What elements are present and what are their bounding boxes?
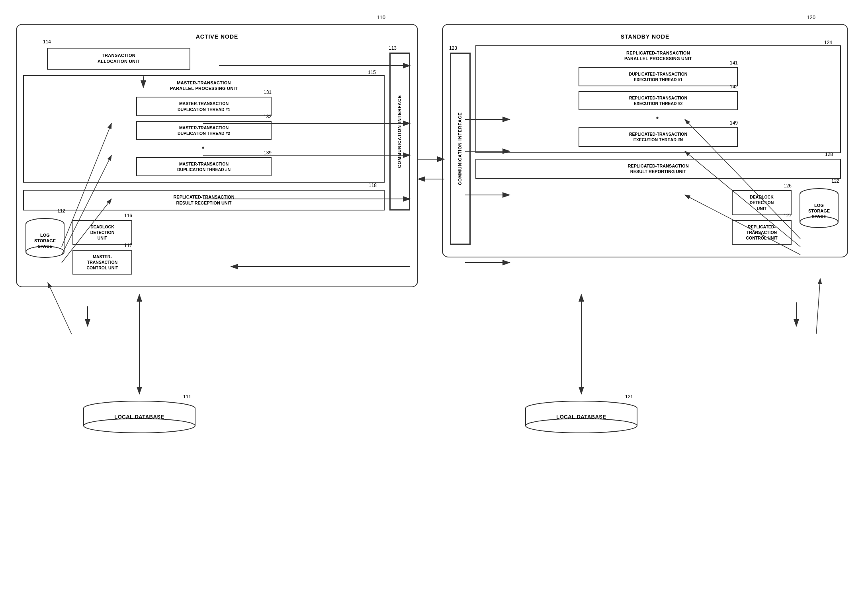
ref-124: 124 (824, 40, 832, 45)
thread-142: REPLICATED-TRANSACTIONEXECUTION THREAD #… (579, 91, 738, 110)
standby-local-db: LOCAL DATABASE (522, 401, 641, 433)
ref-114: 114 (43, 39, 51, 45)
ref-131: 131 (264, 90, 272, 95)
ref-113: 113 (389, 45, 397, 51)
replicated-tcu: REPLICATED-TRANSACTIONCONTROL UNIT (732, 220, 792, 245)
deadlock-standby: DEADLOCKDETECTIONUNIT (732, 190, 792, 215)
ref-120: 120 (807, 14, 815, 20)
log-cylinder-standby: LOG STORAGE SPACE (797, 186, 841, 230)
thread-149: REPLICATED-TRANSACTIONEXECUTION THREAD #… (579, 127, 738, 146)
dots-standby: • (579, 113, 738, 123)
ref-141: 141 (730, 60, 738, 66)
thread-139: MASTER-TRANSACTIONDUPLICATION THREAD #N (136, 157, 272, 176)
ref-117: 117 (124, 243, 132, 248)
ref-123: 123 (449, 45, 457, 51)
ref-149: 149 (730, 120, 738, 126)
transaction-allocation-box: TRANSACTION ALLOCATION UNIT (47, 48, 190, 70)
active-node-title: ACTIVE NODE (23, 33, 411, 40)
svg-text:STORAGE: STORAGE (808, 208, 830, 213)
svg-text:LOG: LOG (814, 203, 824, 208)
dots-active: • (136, 143, 272, 152)
svg-line-41 (48, 282, 72, 334)
parallel-unit-title-active: MASTER-TRANSACTIONPARALLEL PROCESSING UN… (28, 80, 380, 92)
standby-node-title: STANDBY NODE (449, 33, 841, 40)
ref-126: 126 (784, 183, 792, 189)
active-db-container: 111 LOCAL DATABASE (80, 394, 199, 434)
thread-131: MASTER-TRANSACTIONDUPLICATION THREAD #1 (136, 97, 272, 116)
ref-142: 142 (730, 84, 738, 90)
ref-128: 128 (825, 152, 833, 157)
active-local-db: LOCAL DATABASE (80, 401, 199, 433)
ref-139: 139 (264, 150, 272, 156)
thread-141: DUPLICATED-TRANSACTIONEXECUTION THREAD #… (579, 67, 738, 86)
svg-text:LOCAL DATABASE: LOCAL DATABASE (114, 414, 164, 420)
ref-112: 112 (57, 208, 65, 214)
ref-115: 115 (368, 70, 376, 75)
result-reception-box: REPLICATED-TRANSACTIONRESULT RECEPTION U… (23, 190, 385, 210)
ref-121: 121 (522, 394, 633, 399)
parallel-unit-title-standby: REPLICATED-TRANSACTIONPARALLEL PROCESSIN… (480, 50, 836, 62)
svg-text:LOG: LOG (40, 233, 50, 238)
active-node-box: 110 ACTIVE NODE 114 TRANSACTION ALLOCATI… (16, 24, 418, 287)
svg-point-26 (526, 419, 637, 433)
svg-line-53 (816, 279, 820, 334)
svg-text:LOCAL DATABASE: LOCAL DATABASE (556, 414, 606, 420)
result-reporting-box: REPLICATED-TRANSACTIONRESULT REPORTING U… (475, 159, 841, 179)
master-tcu: MASTER-TRANSACTIONCONTROL UNIT (72, 250, 132, 275)
ref-118: 118 (369, 183, 377, 188)
ref-111: 111 (80, 394, 191, 399)
ref-110: 110 (377, 14, 385, 20)
svg-text:SPACE: SPACE (37, 244, 52, 249)
svg-text:SPACE: SPACE (811, 214, 826, 219)
thread-132: MASTER-TRANSACTIONDUPLICATION THREAD #2 (136, 121, 272, 140)
comm-interface-standby: COMMUNICATION INTERFACE (450, 53, 471, 245)
log-cylinder-active: LOG STORAGE SPACE (23, 216, 67, 260)
svg-point-12 (84, 419, 195, 433)
comm-interface-active: COMMUNICATION INTERFACE (389, 53, 410, 210)
diagram-wrapper: 110 ACTIVE NODE 114 TRANSACTION ALLOCATI… (0, 0, 868, 602)
ref-116: 116 (124, 213, 132, 218)
deadlock-active: DEADLOCKDETECTIONUNIT (72, 220, 132, 245)
standby-db-container: 121 LOCAL DATABASE (522, 394, 641, 434)
ref-122: 122 (831, 178, 839, 184)
standby-node-box: 120 STANDBY NODE 123 COMMUNICATION INTER… (442, 24, 848, 257)
ref-127: 127 (784, 213, 792, 218)
ref-132: 132 (264, 114, 272, 119)
svg-text:STORAGE: STORAGE (34, 238, 56, 243)
